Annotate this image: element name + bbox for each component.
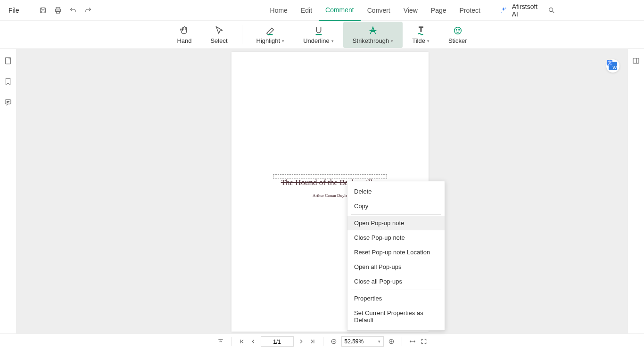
ribbon-strikethrough-label: Strikethrough▾ bbox=[353, 37, 393, 44]
chevron-down-icon: ▾ bbox=[331, 39, 334, 43]
context-delete[interactable]: Delete bbox=[347, 184, 445, 199]
text: Strikethrough bbox=[353, 37, 389, 44]
ribbon-select-label: Select bbox=[210, 37, 227, 44]
fit-page-icon[interactable] bbox=[420, 338, 428, 345]
divider bbox=[242, 25, 242, 44]
strikethrough-icon bbox=[368, 25, 378, 36]
svg-point-6 bbox=[549, 8, 553, 11]
svg-point-5 bbox=[501, 12, 501, 12]
tab-view[interactable]: View bbox=[397, 0, 424, 21]
context-properties[interactable]: Properties bbox=[347, 291, 445, 306]
context-copy[interactable]: Copy bbox=[347, 199, 445, 213]
search-icon[interactable] bbox=[548, 6, 555, 15]
ribbon-highlight-label: Highlight▾ bbox=[256, 37, 285, 44]
tab-page[interactable]: Page bbox=[424, 0, 453, 21]
translate-icon bbox=[609, 62, 617, 70]
hand-icon bbox=[179, 25, 190, 36]
divider bbox=[402, 337, 402, 346]
scroll-top-icon[interactable] bbox=[217, 338, 224, 345]
tab-convert[interactable]: Convert bbox=[361, 0, 397, 21]
svg-rect-0 bbox=[40, 8, 45, 13]
svg-text:T: T bbox=[419, 25, 423, 33]
fit-width-icon[interactable] bbox=[409, 338, 416, 345]
tab-home[interactable]: Home bbox=[264, 0, 294, 21]
svg-rect-3 bbox=[56, 11, 59, 13]
divider bbox=[351, 290, 441, 290]
svg-point-14 bbox=[454, 27, 461, 34]
text: Underline bbox=[303, 37, 330, 44]
ai-label[interactable]: Afirstsoft AI bbox=[512, 3, 540, 18]
ribbon-hand[interactable]: Hand bbox=[167, 22, 201, 48]
ribbon-select[interactable]: Select bbox=[201, 22, 237, 48]
main-tabs: Home Edit Comment Convert View Page Prot… bbox=[264, 0, 487, 21]
ribbon-underline-label: Underline▾ bbox=[303, 37, 334, 44]
underline-icon bbox=[314, 25, 324, 36]
ribbon-tilde[interactable]: T Tilde▾ bbox=[403, 22, 439, 48]
document-author: Arthur Conan Doyle bbox=[313, 193, 347, 198]
ribbon-sticker[interactable]: Sticker bbox=[439, 22, 477, 48]
zoom-in-icon[interactable] bbox=[388, 338, 395, 345]
text: Highlight bbox=[256, 37, 281, 44]
print-icon[interactable] bbox=[54, 6, 62, 15]
chevron-down-icon: ▾ bbox=[378, 339, 380, 344]
tab-comment[interactable]: Comment bbox=[319, 0, 361, 21]
ribbon-hand-label: Hand bbox=[177, 37, 191, 44]
divider bbox=[351, 214, 441, 215]
sticker-icon bbox=[453, 25, 463, 36]
svg-point-4 bbox=[505, 8, 506, 8]
translate-button[interactable] bbox=[606, 59, 619, 73]
zoom-select[interactable]: 52.59%▾ bbox=[341, 336, 384, 347]
context-reset-popup[interactable]: Reset Pop-up note Location bbox=[347, 245, 445, 260]
context-open-popup[interactable]: Open Pop-up note bbox=[347, 216, 445, 230]
ai-sparkle-icon bbox=[500, 7, 507, 14]
chevron-down-icon: ▾ bbox=[391, 39, 393, 43]
save-icon[interactable] bbox=[39, 6, 47, 15]
left-sidebar bbox=[0, 49, 16, 333]
panel-toggle-icon[interactable] bbox=[632, 57, 640, 65]
ribbon-tilde-label: Tilde▾ bbox=[412, 37, 429, 44]
ribbon: Hand Select Highlight▾ Underline▾ Strike… bbox=[0, 21, 644, 49]
context-set-default[interactable]: Set Current Properties as Default bbox=[347, 306, 445, 327]
divider bbox=[491, 5, 491, 16]
text: Tilde bbox=[412, 37, 425, 44]
svg-rect-21 bbox=[633, 58, 639, 64]
ribbon-highlight[interactable]: Highlight▾ bbox=[247, 22, 294, 48]
page-number-text: 1/1 bbox=[261, 337, 293, 347]
canvas-area: The Hound of the Baskervilles Arthur Con… bbox=[16, 49, 644, 333]
thumbnails-icon[interactable] bbox=[4, 57, 12, 65]
divider bbox=[231, 337, 231, 346]
ribbon-underline[interactable]: Underline▾ bbox=[294, 22, 343, 48]
divider bbox=[323, 337, 323, 346]
last-page-icon[interactable] bbox=[309, 338, 316, 345]
status-bar: 1/1 52.59%▾ bbox=[0, 333, 644, 349]
context-open-all[interactable]: Open all Pop-ups bbox=[347, 260, 445, 274]
tab-edit[interactable]: Edit bbox=[294, 0, 319, 21]
prev-page-icon[interactable] bbox=[249, 338, 257, 345]
right-tools: Afirstsoft AI bbox=[487, 3, 644, 18]
svg-rect-17 bbox=[6, 57, 11, 64]
context-menu: Delete Copy Open Pop-up note Close Pop-u… bbox=[347, 181, 445, 331]
comments-icon[interactable] bbox=[4, 98, 12, 106]
bookmark-icon[interactable] bbox=[4, 77, 12, 86]
select-icon bbox=[214, 25, 224, 36]
context-close-all[interactable]: Close all Pop-ups bbox=[347, 274, 445, 289]
first-page-icon[interactable] bbox=[238, 338, 246, 345]
next-page-icon[interactable] bbox=[297, 338, 305, 345]
context-close-popup[interactable]: Close Pop-up note bbox=[347, 230, 445, 245]
svg-point-15 bbox=[456, 29, 457, 30]
zoom-out-icon[interactable] bbox=[330, 338, 338, 345]
svg-point-16 bbox=[459, 29, 460, 30]
workspace: The Hound of the Baskervilles Arthur Con… bbox=[0, 49, 644, 333]
svg-rect-18 bbox=[5, 100, 11, 104]
chevron-down-icon: ▾ bbox=[427, 39, 429, 43]
page-number-input[interactable]: 1/1 bbox=[261, 336, 294, 347]
tab-protect[interactable]: Protect bbox=[453, 0, 487, 21]
chevron-down-icon: ▾ bbox=[282, 39, 284, 43]
redo-icon[interactable] bbox=[84, 6, 92, 15]
ribbon-strikethrough[interactable]: Strikethrough▾ bbox=[343, 22, 403, 48]
undo-icon[interactable] bbox=[69, 6, 77, 15]
highlight-icon bbox=[265, 25, 275, 36]
ribbon-sticker-label: Sticker bbox=[448, 37, 467, 44]
file-menu[interactable]: File bbox=[8, 7, 19, 14]
zoom-value: 52.59% bbox=[345, 338, 364, 345]
